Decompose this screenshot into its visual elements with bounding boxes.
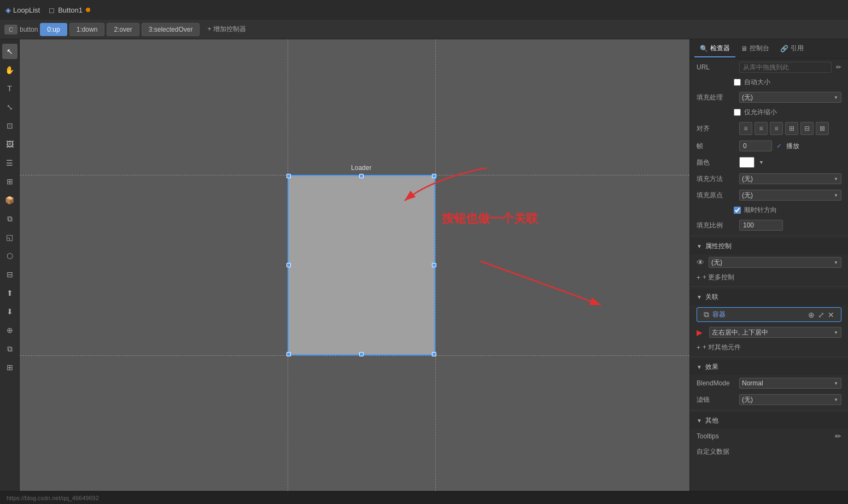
tab-inspector[interactable]: 🔍 检查器 <box>694 40 735 57</box>
color-label: 颜色 <box>697 158 735 167</box>
align-left[interactable]: ≡ <box>739 122 752 135</box>
blend-mode-select[interactable]: Normal <box>739 378 841 389</box>
fill-handle-select[interactable]: (无) <box>739 92 841 103</box>
package-tool[interactable]: 📦 <box>2 192 17 208</box>
fill-method-select[interactable]: (无) <box>739 173 841 184</box>
arrow-svg-2 <box>475 256 612 321</box>
grid-tool[interactable]: ⊞ <box>2 174 17 189</box>
filter-label: 滤镜 <box>697 395 735 405</box>
divider-3 <box>690 356 848 357</box>
group-tool[interactable]: ⬡ <box>2 248 17 263</box>
select-tool[interactable]: ↖ <box>2 44 17 59</box>
handle-mr[interactable] <box>432 263 436 267</box>
link-position-select[interactable]: 左右居中, 上下居中 <box>709 327 841 338</box>
add-controller-button[interactable]: + 增加控制器 <box>202 22 251 36</box>
fill-origin-select[interactable]: (无) <box>739 190 841 201</box>
section-attr-header[interactable]: ▼ 属性控制 <box>690 238 848 254</box>
fill-origin-select-wrap: (无) <box>739 190 841 201</box>
frame-input[interactable] <box>739 140 772 151</box>
pan-tool[interactable]: ✋ <box>2 62 17 78</box>
text-tool[interactable]: T <box>2 81 17 96</box>
upload-tool[interactable]: ⬆ <box>2 285 17 301</box>
transform-tool[interactable]: ⤡ <box>2 99 17 115</box>
mask-tool[interactable]: ◱ <box>2 230 17 245</box>
align-label: 对齐 <box>697 124 735 133</box>
fill-method-row: 填充方法 (无) <box>690 171 848 187</box>
fill-ratio-input[interactable] <box>739 220 783 231</box>
sticker-tool[interactable]: ⊕ <box>2 323 17 338</box>
tab-up[interactable]: 0:up <box>40 23 67 36</box>
auto-size-row: 自动大小 <box>690 75 848 89</box>
align-tool[interactable]: ⊟ <box>2 267 17 282</box>
component-tool[interactable]: ⧉ <box>2 211 17 226</box>
main-area: ↖ ✋ T ⤡ ⊡ 🖼 ☰ ⊞ 📦 ⧉ ◱ ⬡ ⊟ ⬆ ⬇ ⊕ ⧉ ⊞ Load… <box>0 39 848 491</box>
app-tool[interactable]: ⧉ <box>2 341 17 356</box>
divider-2 <box>690 286 848 287</box>
align-right[interactable]: ≡ <box>770 122 783 135</box>
align-middle[interactable]: ⊟ <box>800 122 814 135</box>
annotation: 按钮也做一个关联 <box>442 211 538 227</box>
link-close-icon[interactable]: ✕ <box>828 310 834 319</box>
color-swatch[interactable] <box>739 157 755 168</box>
handle-ml[interactable] <box>286 263 291 267</box>
tooltips-edit-icon[interactable]: ✏ <box>835 432 841 441</box>
tooltips-row: Tooltips ✏ <box>690 429 848 444</box>
panel-header: 🔍 检查器 🖥 控制台 🔗 引用 <box>690 39 848 59</box>
tooltips-label: Tooltips <box>697 432 735 440</box>
allow-shrink-checkbox[interactable] <box>734 109 741 116</box>
list-tool[interactable]: ☰ <box>2 155 17 171</box>
fill-handle-label: 填充处理 <box>697 93 735 102</box>
handle-br[interactable] <box>432 352 436 356</box>
handle-tl[interactable] <box>286 174 291 178</box>
tab-selected-over[interactable]: 3:selectedOver <box>142 23 200 36</box>
filter-row: 滤镜 (无) <box>690 391 848 408</box>
link-target-icon[interactable]: ⊕ <box>808 310 815 319</box>
component-type-label: button <box>20 26 38 33</box>
left-toolbar: ↖ ✋ T ⤡ ⊡ 🖼 ☰ ⊞ 📦 ⧉ ◱ ⬡ ⊟ ⬆ ⬇ ⊕ ⧉ ⊞ <box>0 39 20 491</box>
custom-data-label: 自定义数据 <box>697 447 735 456</box>
clockwise-row: 顺时针方向 <box>690 203 848 217</box>
tab-reference[interactable]: 🔗 引用 <box>775 40 809 57</box>
eye-icon: 👁 <box>697 258 704 267</box>
auto-size-checkbox[interactable] <box>734 79 741 86</box>
tab-console[interactable]: 🖥 控制台 <box>735 40 775 57</box>
url-pick-icon[interactable]: ✏ <box>836 63 841 71</box>
link-expand-icon[interactable]: ⤢ <box>818 310 824 319</box>
component-label: Loader <box>351 164 371 172</box>
image-tool[interactable]: 🖼 <box>2 137 17 152</box>
url-input[interactable] <box>739 62 832 73</box>
color-dropdown-arrow[interactable]: ▼ <box>759 160 764 165</box>
section-effect-header[interactable]: ▼ 效果 <box>690 359 848 375</box>
title-bar: ◈ LoopList ◻ Button1 <box>0 0 848 20</box>
download-tool[interactable]: ⬇ <box>2 304 17 319</box>
section-link-arrow: ▼ <box>697 294 702 300</box>
fill-method-label: 填充方法 <box>697 174 735 184</box>
crop-tool[interactable]: ⊡ <box>2 118 17 133</box>
handle-tc[interactable] <box>359 174 364 178</box>
align-center[interactable]: ≡ <box>755 122 768 135</box>
section-attr-arrow: ▼ <box>697 243 702 249</box>
reference-icon: 🔗 <box>780 45 788 52</box>
align-bottom[interactable]: ⊠ <box>816 122 829 135</box>
filter-select[interactable]: (无) <box>739 394 841 405</box>
url-row: URL ✏ <box>690 59 848 75</box>
grid2-tool[interactable]: ⊞ <box>2 360 17 375</box>
fill-ratio-label: 填充比例 <box>697 221 735 230</box>
tab-over[interactable]: 2:over <box>107 23 139 36</box>
handle-bl[interactable] <box>286 352 291 356</box>
attr-select[interactable]: (无) <box>709 257 841 268</box>
fill-origin-label: 填充原点 <box>697 191 735 200</box>
clockwise-checkbox[interactable] <box>734 207 741 214</box>
handle-bc[interactable] <box>359 352 364 356</box>
more-controls-row[interactable]: + + 更多控制 <box>690 271 848 284</box>
fill-handle-row: 填充处理 (无) <box>690 89 848 106</box>
fill-method-select-wrap: (无) <box>739 173 841 184</box>
handle-tr[interactable] <box>432 174 436 178</box>
align-top[interactable]: ⊞ <box>785 122 798 135</box>
filter-select-wrap: (无) <box>739 394 841 405</box>
component-box[interactable]: Loader <box>288 175 435 355</box>
section-other-header[interactable]: ▼ 其他 <box>690 413 848 429</box>
section-link-header[interactable]: ▼ 关联 <box>690 289 848 305</box>
add-other-element-row[interactable]: + + 对其他元件 <box>690 341 848 354</box>
tab-down[interactable]: 1:down <box>69 23 105 36</box>
